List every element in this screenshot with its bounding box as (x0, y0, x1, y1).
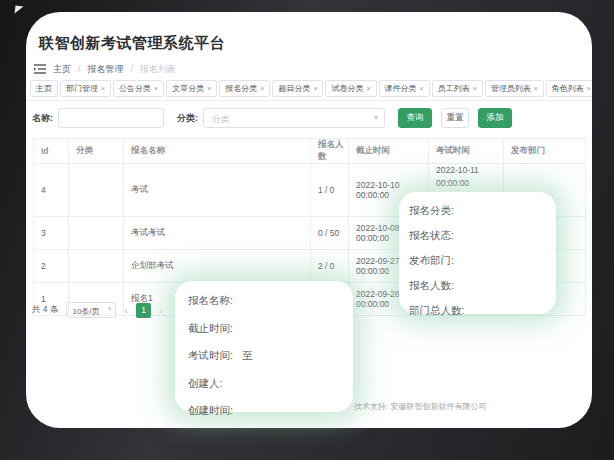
column-header: 报名人数 (311, 139, 349, 164)
detail-field: 部门总人数: (409, 304, 556, 318)
page-size-value: 10条/页 (72, 306, 99, 317)
detail-field: 报名分类: (409, 204, 556, 218)
close-tab-icon[interactable]: × (313, 85, 317, 92)
mouse-cursor-icon (14, 5, 23, 14)
close-tab-icon[interactable]: × (207, 85, 211, 92)
category-filter-label: 分类: (177, 112, 198, 125)
tab-question-category[interactable]: 题目分类× (272, 80, 323, 97)
screenshot-stage: 联智创新考试管理系统平台 主页 / 报名管理 / 报名列表 主页 部门管理× 公… (0, 0, 614, 460)
pagination: 共 4 条 10条/页 ▾ ‹ 1 › (32, 302, 163, 318)
name-input[interactable] (58, 108, 164, 128)
breadcrumb-signup-list: 报名列表 (140, 63, 176, 76)
table-cell: 2 (34, 250, 69, 283)
category-select[interactable]: 分类 ▾ (203, 108, 385, 128)
page-size-select[interactable]: 10条/页 ▾ (66, 302, 116, 318)
table-cell (69, 164, 124, 217)
breadcrumb-separator: / (78, 64, 81, 74)
table-cell: 1 / 0 (311, 164, 349, 217)
chevron-down-icon: ▾ (374, 113, 378, 122)
prev-page-button[interactable]: ‹ (124, 304, 128, 316)
table-cell: 考试考试 (124, 217, 311, 250)
close-tab-icon[interactable]: × (154, 85, 158, 92)
close-tab-icon[interactable]: × (420, 85, 424, 92)
breadcrumb-separator: / (131, 64, 134, 74)
breadcrumb-home[interactable]: 主页 (53, 63, 71, 76)
tab-courseware-category[interactable]: 课件分类× (379, 80, 430, 97)
chevron-down-icon: ▾ (108, 305, 112, 313)
footer-support-text: 技术支持: 安徽联智创新软件有限公司 (354, 401, 486, 412)
tab-notice-category[interactable]: 公告分类× (113, 80, 164, 97)
exam-detail-popup: 报名名称: 截止时间: 考试时间:至 创建人: 创建时间: (175, 281, 353, 412)
table-cell: 3 (34, 217, 69, 250)
breadcrumb: 主页 / 报名管理 / 报名列表 (34, 62, 176, 76)
tab-admin-list[interactable]: 管理员列表× (485, 80, 544, 97)
column-header: 截止时间 (349, 139, 429, 164)
close-tab-icon[interactable]: × (101, 85, 105, 92)
detail-field: 创建人: (188, 377, 353, 391)
table-cell (69, 250, 124, 283)
page-title: 联智创新考试管理系统平台 (39, 34, 225, 53)
breadcrumb-signup-mgmt[interactable]: 报名管理 (88, 63, 124, 76)
close-tab-icon[interactable]: × (587, 85, 591, 92)
detail-field: 报名人数: (409, 279, 556, 293)
close-tab-icon[interactable]: × (260, 85, 264, 92)
column-header: 考试时间 (429, 139, 504, 164)
open-tabs-bar: 主页 部门管理× 公告分类× 文章分类× 报名分类× 题目分类× 试卷分类× 课… (30, 80, 588, 97)
column-header: Id (34, 139, 69, 164)
detail-field: 创建时间: (188, 404, 353, 418)
divider (26, 100, 592, 101)
table-cell: 企划部考试 (124, 250, 311, 283)
column-header: 发布部门 (504, 139, 586, 164)
name-filter-label: 名称: (32, 112, 53, 125)
table-cell (69, 217, 124, 250)
table-cell: 4 (34, 164, 69, 217)
column-header: 分类 (69, 139, 124, 164)
category-select-placeholder: 分类 (212, 114, 229, 126)
tab-signup-category[interactable]: 报名分类× (219, 80, 270, 97)
close-tab-icon[interactable]: × (366, 85, 370, 92)
tab-paper-category[interactable]: 试卷分类× (325, 80, 376, 97)
tab-dept-mgmt[interactable]: 部门管理× (60, 80, 111, 97)
page-1-button[interactable]: 1 (136, 303, 151, 318)
add-button[interactable]: 添加 (478, 108, 512, 128)
menu-fold-icon[interactable] (34, 64, 46, 74)
close-tab-icon[interactable]: × (473, 85, 477, 92)
search-button[interactable]: 查询 (398, 108, 432, 128)
filter-bar: 名称: 分类: 分类 ▾ 查询 重置 添加 (32, 107, 512, 129)
close-tab-icon[interactable]: × (534, 85, 538, 92)
table-header-row: Id 分类 报名名称 报名人数 截止时间 考试时间 发布部门 (34, 139, 586, 164)
tab-employee-list[interactable]: 员工列表× (432, 80, 483, 97)
tab-home[interactable]: 主页 (30, 80, 58, 97)
table-cell: 考试 (124, 164, 311, 217)
detail-field: 报名状态: (409, 229, 556, 243)
detail-field: 发布部门: (409, 254, 556, 268)
signup-detail-popup: 报名分类: 报名状态: 发布部门: 报名人数: 部门总人数: (399, 192, 556, 314)
pagination-total: 共 4 条 (32, 304, 58, 316)
detail-field: 截止时间: (188, 322, 353, 336)
column-header: 报名名称 (124, 139, 311, 164)
table-cell: 2 / 0 (311, 250, 349, 283)
detail-field: 报名名称: (188, 294, 353, 308)
next-page-button[interactable]: › (159, 304, 163, 316)
tab-role-list[interactable]: 角色列表× (546, 80, 592, 97)
tab-article-category[interactable]: 文章分类× (166, 80, 217, 97)
reset-button[interactable]: 重置 (441, 108, 469, 128)
detail-field: 考试时间:至 (188, 349, 353, 363)
table-cell: 0 / 50 (311, 217, 349, 250)
